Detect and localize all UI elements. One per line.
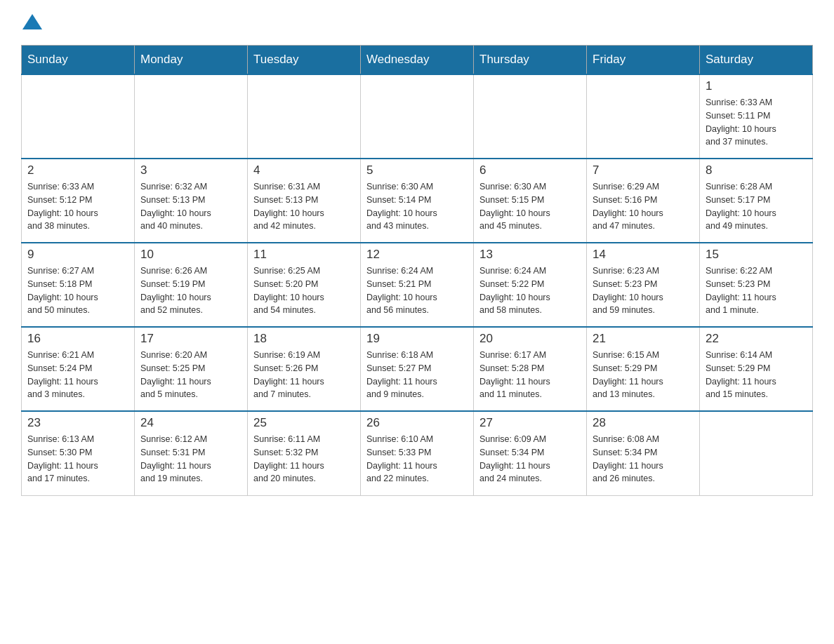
calendar-cell: 27Sunrise: 6:09 AMSunset: 5:34 PMDayligh… [474,411,587,495]
weekday-header-sunday: Sunday [22,46,135,75]
calendar-cell: 16Sunrise: 6:21 AMSunset: 5:24 PMDayligh… [22,327,135,411]
day-info: Sunrise: 6:17 AMSunset: 5:28 PMDaylight:… [479,349,581,401]
day-info: Sunrise: 6:24 AMSunset: 5:22 PMDaylight:… [479,264,581,317]
day-number: 9 [27,248,128,262]
day-number: 22 [706,332,807,346]
day-number: 15 [706,248,807,262]
day-number: 10 [140,248,241,262]
calendar-cell [22,74,135,159]
day-info: Sunrise: 6:23 AMSunset: 5:23 PMDaylight:… [593,264,694,317]
calendar-cell: 22Sunrise: 6:14 AMSunset: 5:29 PMDayligh… [700,327,813,411]
day-number: 16 [27,332,128,346]
calendar-cell [474,74,587,159]
weekday-header-friday: Friday [587,46,700,75]
weekday-header-tuesday: Tuesday [248,46,361,75]
day-info: Sunrise: 6:24 AMSunset: 5:21 PMDaylight:… [366,264,468,317]
day-number: 2 [27,163,128,177]
day-number: 25 [253,416,355,430]
day-info: Sunrise: 6:12 AMSunset: 5:31 PMDaylight:… [140,433,241,485]
day-number: 19 [366,332,468,346]
day-number: 11 [253,248,355,262]
day-info: Sunrise: 6:29 AMSunset: 5:16 PMDaylight:… [593,180,694,233]
page-header [21,14,813,31]
day-info: Sunrise: 6:14 AMSunset: 5:29 PMDaylight:… [706,349,807,401]
week-row-1: 1Sunrise: 6:33 AMSunset: 5:11 PMDaylight… [22,74,813,159]
calendar-cell: 1Sunrise: 6:33 AMSunset: 5:11 PMDaylight… [700,74,813,159]
calendar-cell: 14Sunrise: 6:23 AMSunset: 5:23 PMDayligh… [587,243,700,327]
day-info: Sunrise: 6:26 AMSunset: 5:19 PMDaylight:… [140,264,241,317]
day-number: 20 [479,332,581,346]
day-info: Sunrise: 6:21 AMSunset: 5:24 PMDaylight:… [27,349,128,401]
day-info: Sunrise: 6:22 AMSunset: 5:23 PMDaylight:… [706,264,807,317]
calendar-cell: 13Sunrise: 6:24 AMSunset: 5:22 PMDayligh… [474,243,587,327]
day-info: Sunrise: 6:18 AMSunset: 5:27 PMDaylight:… [366,349,468,401]
day-number: 8 [706,163,807,177]
calendar-cell: 28Sunrise: 6:08 AMSunset: 5:34 PMDayligh… [587,411,700,495]
day-info: Sunrise: 6:10 AMSunset: 5:33 PMDaylight:… [366,433,468,485]
day-number: 23 [27,416,128,430]
logo [21,14,42,31]
calendar-cell: 10Sunrise: 6:26 AMSunset: 5:19 PMDayligh… [135,243,248,327]
calendar-cell: 5Sunrise: 6:30 AMSunset: 5:14 PMDaylight… [361,159,474,243]
day-number: 28 [593,416,694,430]
weekday-header-monday: Monday [135,46,248,75]
calendar-cell: 11Sunrise: 6:25 AMSunset: 5:20 PMDayligh… [248,243,361,327]
day-number: 1 [706,79,807,93]
week-row-2: 2Sunrise: 6:33 AMSunset: 5:12 PMDaylight… [22,159,813,243]
calendar-cell: 12Sunrise: 6:24 AMSunset: 5:21 PMDayligh… [361,243,474,327]
day-info: Sunrise: 6:30 AMSunset: 5:14 PMDaylight:… [366,180,468,233]
day-info: Sunrise: 6:33 AMSunset: 5:11 PMDaylight:… [706,96,807,149]
day-info: Sunrise: 6:30 AMSunset: 5:15 PMDaylight:… [479,180,581,233]
calendar-cell: 21Sunrise: 6:15 AMSunset: 5:29 PMDayligh… [587,327,700,411]
day-number: 4 [253,163,355,177]
day-info: Sunrise: 6:33 AMSunset: 5:12 PMDaylight:… [27,180,128,233]
calendar-cell: 25Sunrise: 6:11 AMSunset: 5:32 PMDayligh… [248,411,361,495]
day-info: Sunrise: 6:20 AMSunset: 5:25 PMDaylight:… [140,349,241,401]
day-number: 5 [366,163,468,177]
calendar-cell: 15Sunrise: 6:22 AMSunset: 5:23 PMDayligh… [700,243,813,327]
calendar-cell: 7Sunrise: 6:29 AMSunset: 5:16 PMDaylight… [587,159,700,243]
day-number: 27 [479,416,581,430]
day-info: Sunrise: 6:11 AMSunset: 5:32 PMDaylight:… [253,433,355,485]
calendar-cell [587,74,700,159]
calendar-cell: 6Sunrise: 6:30 AMSunset: 5:15 PMDaylight… [474,159,587,243]
calendar-cell: 18Sunrise: 6:19 AMSunset: 5:26 PMDayligh… [248,327,361,411]
day-info: Sunrise: 6:13 AMSunset: 5:30 PMDaylight:… [27,433,128,485]
calendar-cell [248,74,361,159]
day-number: 12 [366,248,468,262]
calendar-cell [700,411,813,495]
day-number: 13 [479,248,581,262]
logo-triangle-icon [22,14,42,29]
calendar-cell: 26Sunrise: 6:10 AMSunset: 5:33 PMDayligh… [361,411,474,495]
day-number: 21 [593,332,694,346]
day-info: Sunrise: 6:25 AMSunset: 5:20 PMDaylight:… [253,264,355,317]
weekday-header-thursday: Thursday [474,46,587,75]
day-number: 17 [140,332,241,346]
day-info: Sunrise: 6:32 AMSunset: 5:13 PMDaylight:… [140,180,241,233]
day-number: 6 [479,163,581,177]
calendar-cell: 24Sunrise: 6:12 AMSunset: 5:31 PMDayligh… [135,411,248,495]
day-number: 3 [140,163,241,177]
calendar-cell: 2Sunrise: 6:33 AMSunset: 5:12 PMDaylight… [22,159,135,243]
calendar-cell: 3Sunrise: 6:32 AMSunset: 5:13 PMDaylight… [135,159,248,243]
day-number: 26 [366,416,468,430]
day-info: Sunrise: 6:27 AMSunset: 5:18 PMDaylight:… [27,264,128,317]
calendar-cell: 20Sunrise: 6:17 AMSunset: 5:28 PMDayligh… [474,327,587,411]
week-row-5: 23Sunrise: 6:13 AMSunset: 5:30 PMDayligh… [22,411,813,495]
calendar-cell: 4Sunrise: 6:31 AMSunset: 5:13 PMDaylight… [248,159,361,243]
calendar-cell: 17Sunrise: 6:20 AMSunset: 5:25 PMDayligh… [135,327,248,411]
weekday-header-row: SundayMondayTuesdayWednesdayThursdayFrid… [22,46,813,75]
calendar-cell [361,74,474,159]
day-number: 18 [253,332,355,346]
day-number: 24 [140,416,241,430]
day-info: Sunrise: 6:31 AMSunset: 5:13 PMDaylight:… [253,180,355,233]
weekday-header-saturday: Saturday [700,46,813,75]
day-info: Sunrise: 6:19 AMSunset: 5:26 PMDaylight:… [253,349,355,401]
calendar-cell: 23Sunrise: 6:13 AMSunset: 5:30 PMDayligh… [22,411,135,495]
calendar-cell: 19Sunrise: 6:18 AMSunset: 5:27 PMDayligh… [361,327,474,411]
calendar-cell: 8Sunrise: 6:28 AMSunset: 5:17 PMDaylight… [700,159,813,243]
day-info: Sunrise: 6:08 AMSunset: 5:34 PMDaylight:… [593,433,694,485]
calendar-cell: 9Sunrise: 6:27 AMSunset: 5:18 PMDaylight… [22,243,135,327]
weekday-header-wednesday: Wednesday [361,46,474,75]
calendar-cell [135,74,248,159]
